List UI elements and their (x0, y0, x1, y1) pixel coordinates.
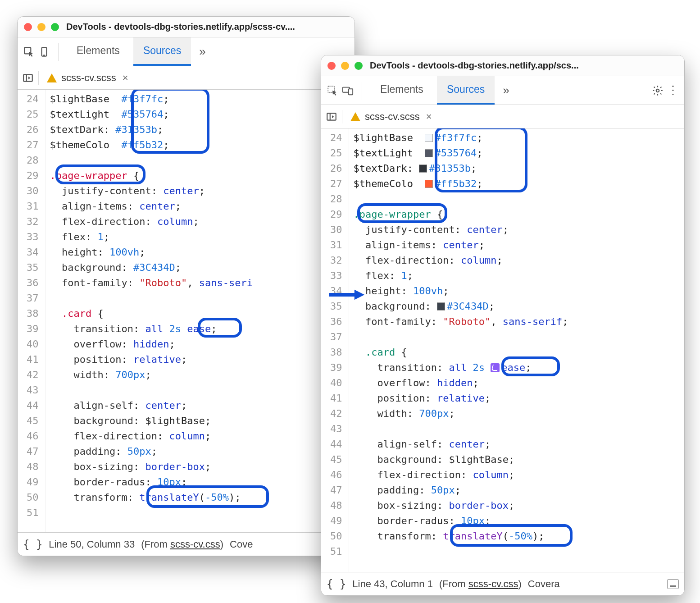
minimize-icon[interactable] (37, 23, 45, 31)
inspect-icon[interactable] (23, 46, 35, 58)
close-tab-icon[interactable]: × (426, 111, 432, 123)
warning-icon (350, 112, 360, 121)
code-area[interactable]: $lightBase #f3f7fc;$textLight #535764;$t… (349, 128, 572, 572)
minimize-icon[interactable] (341, 62, 349, 70)
navigator-toggle-icon[interactable] (22, 72, 34, 84)
coverage-label: Cove (230, 539, 253, 550)
settings-icon[interactable] (652, 85, 664, 96)
close-tab-icon[interactable]: × (123, 72, 128, 84)
line-gutter: 2425262728293031323334353637383940414243… (18, 90, 45, 532)
traffic-lights (327, 62, 363, 70)
source-link[interactable]: scss-cv.css (170, 539, 220, 550)
more-tabs-icon[interactable]: » (195, 45, 210, 59)
tab-sources[interactable]: Sources (133, 37, 191, 66)
tab-elements[interactable]: Elements (67, 37, 130, 66)
tab-sources[interactable]: Sources (437, 76, 495, 105)
source-from: (From scss-cv.css) (141, 539, 223, 550)
cursor-position: Line 43, Column 1 (352, 578, 433, 590)
file-tab-bar: scss-cv.scss × (18, 66, 355, 90)
window-title: DevTools - devtools-dbg-stories.netlify.… (370, 60, 579, 71)
source-from: (From scss-cv.css) (439, 578, 522, 590)
file-name: scss-cv.scss (365, 111, 420, 123)
maximize-icon[interactable] (355, 62, 363, 70)
file-tab-bar: scss-cv.scss × (321, 105, 684, 128)
file-name: scss-cv.scss (61, 72, 116, 84)
code-area[interactable]: $lightBase #f3f7fc;$textLight #535764;$t… (45, 90, 256, 532)
kebab-icon[interactable]: ⋮ (667, 85, 679, 96)
main-toolbar: Elements Sources » (18, 37, 355, 66)
svg-point-8 (656, 89, 659, 92)
status-bar: { } Line 50, Column 33 (From scss-cv.css… (18, 532, 355, 556)
close-icon[interactable] (327, 62, 336, 70)
status-bar: { } Line 43, Column 1 (From scss-cv.css)… (321, 572, 684, 595)
code-editor[interactable]: 2425262728293031323334353637383940414243… (321, 128, 684, 572)
file-tab[interactable]: scss-cv.scss × (43, 72, 132, 84)
devtools-window-left: DevTools - devtools-dbg-stories.netlify.… (17, 16, 355, 556)
inspect-icon[interactable] (327, 85, 338, 96)
close-icon[interactable] (24, 23, 32, 31)
color-swatch[interactable] (425, 180, 433, 188)
format-icon[interactable]: { } (23, 538, 42, 551)
window-title: DevTools - devtools-dbg-stories.netlify.… (66, 22, 295, 32)
coverage-label: Covera (528, 578, 560, 590)
svg-rect-7 (349, 89, 353, 95)
titlebar: DevTools - devtools-dbg-stories.netlify.… (18, 17, 355, 37)
source-link[interactable]: scss-cv.css (468, 578, 518, 589)
svg-marker-12 (355, 290, 364, 300)
tab-elements[interactable]: Elements (370, 76, 433, 105)
arrow-icon (315, 288, 378, 301)
device-icon[interactable] (342, 85, 354, 96)
warning-icon (47, 73, 57, 82)
titlebar: DevTools - devtools-dbg-stories.netlify.… (321, 55, 684, 76)
devtools-window-right: DevTools - devtools-dbg-stories.netlify.… (321, 55, 685, 596)
file-tab[interactable]: scss-cv.scss × (347, 111, 436, 123)
navigator-toggle-icon[interactable] (326, 111, 337, 123)
traffic-lights (24, 23, 59, 31)
color-swatch[interactable] (437, 302, 445, 311)
main-toolbar: Elements Sources » ⋮ (321, 76, 684, 105)
code-editor[interactable]: 2425262728293031323334353637383940414243… (18, 90, 355, 532)
cursor-position: Line 50, Column 33 (49, 539, 135, 550)
svg-rect-3 (23, 74, 32, 81)
console-drawer-icon[interactable] (667, 579, 679, 589)
color-swatch[interactable] (425, 134, 433, 142)
bezier-swatch[interactable] (491, 363, 500, 372)
device-icon[interactable] (38, 46, 50, 58)
maximize-icon[interactable] (51, 23, 59, 31)
more-tabs-icon[interactable]: » (498, 83, 514, 97)
line-gutter: 2425262728293031323334353637383940414243… (321, 128, 349, 572)
color-swatch[interactable] (425, 149, 433, 157)
svg-rect-9 (327, 113, 336, 120)
format-icon[interactable]: { } (327, 578, 346, 590)
color-swatch[interactable] (419, 164, 427, 173)
